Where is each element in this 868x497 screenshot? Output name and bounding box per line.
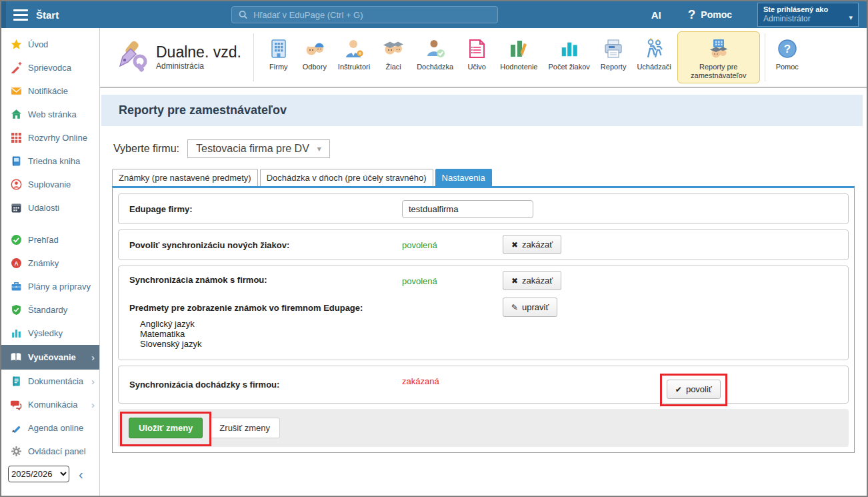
help-button[interactable]: ? Pomoc <box>688 7 732 22</box>
sidebar-item-label: Výsledky <box>28 328 63 338</box>
tool-instruktori[interactable]: Inštruktori <box>333 31 375 75</box>
sidebar-item-label: Notifikácie <box>28 86 68 96</box>
sidebar-item-vyucovanie[interactable]: Vyučovanie › <box>1 345 99 370</box>
sidebar-item-label: Agenda online <box>28 423 83 433</box>
main-content: Reporty pre zamestnávateľov Vyberte firm… <box>100 88 867 496</box>
sidebar-item-label: Dokumentácia <box>28 376 83 386</box>
sidebar-item-plany-a-pripravy[interactable]: Plány a prípravy <box>1 275 99 298</box>
enable-attendance-button[interactable]: ✔povoliť <box>667 380 721 399</box>
sidebar-item-dokumentacia[interactable]: Dokumentácia › <box>1 370 99 393</box>
grade-circle-icon: A <box>10 258 22 270</box>
save-button[interactable]: Uložiť zmeny <box>129 418 203 438</box>
sidebar-item-label: Rozvrhy Online <box>28 133 87 143</box>
sidebar-item-rozvrhy-online[interactable]: Rozvrhy Online <box>1 126 99 149</box>
sidebar-item-vysledky[interactable]: Výsledky <box>1 322 99 345</box>
collapse-sidebar-icon[interactable]: ‹ <box>79 468 83 481</box>
search-icon <box>239 10 247 19</box>
tool-label: Hodnotenie <box>500 63 537 71</box>
gear-icon <box>10 446 22 458</box>
status-badge: zakázaná <box>402 376 439 386</box>
sidebar-item-label: Štandardy <box>28 305 67 315</box>
sidebar-item-label: Triedna kniha <box>28 156 80 166</box>
topbar-right: AI ? Pomoc Ste prihlásený ako Administrá… <box>651 3 867 27</box>
search-input[interactable] <box>253 10 491 20</box>
sidebar-item-udalosti[interactable]: Udalosti <box>1 196 99 219</box>
employer-reports-icon <box>707 37 730 61</box>
sidebar-item-prehlad[interactable]: Prehľad <box>1 228 99 252</box>
sidebar-item-standardy[interactable]: Štandardy <box>1 298 99 322</box>
disable-grades-sync-button[interactable]: ✖zakázať <box>503 271 561 290</box>
tab-nastavenia[interactable]: Nastavenia <box>435 169 492 186</box>
curriculum-icon <box>467 37 487 61</box>
tool-pocet-ziakov[interactable]: Počet žiakov <box>543 31 594 75</box>
sidebar-item-label: Suplovanie <box>28 179 71 189</box>
attendance-sync-label: Synchronizácia dochádzky s firmou: <box>129 380 279 390</box>
logged-in-user-menu[interactable]: Ste prihlásený ako Administrátor ▾ <box>757 3 859 27</box>
ai-button[interactable]: AI <box>651 9 661 21</box>
attendance-sync-row: Synchronizácia dochádzky s firmou: zakáz… <box>118 366 849 404</box>
hamburger-menu-icon[interactable] <box>13 7 28 23</box>
tab-znamky[interactable]: Známky (pre nastavené predmety) <box>112 169 258 186</box>
settings-panel: Edupage firmy: Povoliť synchronizáciu no… <box>112 186 855 453</box>
tool-dochadzka[interactable]: Dochádzka <box>412 31 458 75</box>
tool-reporty[interactable]: Reporty <box>596 31 631 75</box>
tool-label: Firmy <box>269 63 288 71</box>
sidebar-item-sprievodca[interactable]: Sprievodca <box>1 56 99 79</box>
form-footer: Uložiť zmeny Zrušiť zmeny <box>118 409 849 447</box>
status-badge: povolená <box>402 276 437 286</box>
tool-pomoc[interactable]: ? Pomoc <box>770 31 805 75</box>
open-book-icon <box>10 352 22 364</box>
sidebar-item-label: Udalosti <box>28 203 59 213</box>
sidebar-item-notifikacie[interactable]: Notifikácie <box>1 79 99 103</box>
edupage-firm-label: Edupage firmy: <box>129 204 193 214</box>
sidebar-item-label: Známky <box>28 258 59 268</box>
check-circle-icon <box>10 234 22 246</box>
disable-new-students-button[interactable]: ✖zakázať <box>503 235 561 254</box>
sidebar-item-uvod[interactable]: Úvod <box>1 33 99 56</box>
enable-attendance-wrap: ✔povoliť <box>667 380 721 399</box>
check-icon: ✔ <box>675 385 682 394</box>
cancel-button[interactable]: Zrušiť zmeny <box>209 418 280 438</box>
svg-text:A: A <box>14 260 18 267</box>
chevron-down-icon: ▾ <box>317 144 321 153</box>
page-title: Reporty pre zamestnávateľov <box>101 95 863 126</box>
module-logo[interactable]: Dualne. vzd. Administrácia <box>100 39 253 75</box>
sidebar-item-label: Plány a prípravy <box>28 282 91 292</box>
sidebar-item-label: Prehľad <box>28 235 59 245</box>
tool-ucivo[interactable]: Učivo <box>459 31 494 75</box>
subject-item: Anglický jazyk <box>140 319 837 329</box>
sidebar-item-komunikacia[interactable]: Komunikácia › <box>1 393 99 416</box>
global-search[interactable] <box>231 6 498 23</box>
sidebar-item-suplovanie[interactable]: Suplovanie <box>1 173 99 196</box>
sidebar-item-agenda-online[interactable]: Agenda online <box>1 416 99 440</box>
notebook-icon <box>10 155 22 167</box>
person-circle-icon <box>10 179 22 191</box>
tool-uchadzaci[interactable]: Uchádzači <box>632 31 675 75</box>
tool-odbory[interactable]: Odbory <box>297 31 332 75</box>
subjects-label: Predmety pre zobrazenie známok vo firemn… <box>129 303 837 313</box>
tool-label: Inštruktori <box>338 63 370 71</box>
firm-select[interactable]: Testovacia firma pre DV ▾ <box>187 139 330 158</box>
sidebar-item-web-stranka[interactable]: Web stránka <box>1 103 99 126</box>
pencil-icon: ✎ <box>511 303 518 312</box>
edupage-firm-row: Edupage firmy: <box>118 193 849 224</box>
tab-dochadzka[interactable]: Dochádzka v dňoch (pre účely stravného) <box>260 169 433 186</box>
close-icon: ✖ <box>511 240 518 250</box>
tool-firmy[interactable]: Firmy <box>261 31 296 75</box>
tool-ziaci[interactable]: Žiaci <box>376 31 411 75</box>
tool-reporty-pre-zamestnavatelov[interactable]: Reporty pre zamestnávateľov <box>677 31 760 83</box>
school-year-select[interactable]: 2025/2026 <box>8 466 69 482</box>
edit-subjects-button[interactable]: ✎upraviť <box>503 298 557 317</box>
grading-icon <box>508 37 529 61</box>
header-toolbar: Firmy Odbory Inštruktori Žiaci Dochádzka… <box>254 31 805 83</box>
document-icon <box>10 376 22 388</box>
edupage-firm-input[interactable] <box>402 200 533 218</box>
sidebar-item-znamky[interactable]: A Známky <box>1 252 99 275</box>
tool-label: Reporty <box>601 63 627 71</box>
sidebar-item-triedna-kniha[interactable]: Triedna kniha <box>1 149 99 173</box>
tool-hodnotenie[interactable]: Hodnotenie <box>495 31 542 75</box>
envelope-icon <box>10 85 22 97</box>
sidebar-item-ovladaci-panel[interactable]: Ovládací panel <box>1 440 99 463</box>
start-button[interactable]: Štart <box>36 9 59 21</box>
star-icon <box>10 39 22 51</box>
